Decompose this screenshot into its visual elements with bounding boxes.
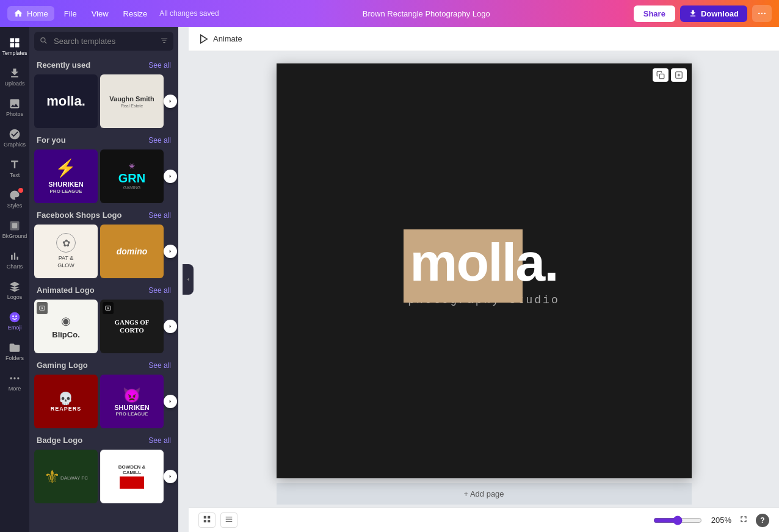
view-menu[interactable]: View	[87, 7, 114, 21]
styles-label: Styles	[7, 203, 23, 209]
more-options-button[interactable]	[752, 5, 772, 22]
template-grn[interactable]: 👾 GRN GAMING	[100, 149, 164, 203]
resize-menu[interactable]: Resize	[118, 7, 153, 21]
sidebar-item-photos[interactable]: Photos	[2, 93, 27, 122]
download-button[interactable]: Download	[680, 5, 747, 22]
template-shuriken[interactable]: ⚡ SHURIKEN PRO LEAGUE	[34, 149, 98, 203]
facebook-shops-see-all[interactable]: See all	[148, 211, 171, 220]
animated-logo-next-button[interactable]	[164, 320, 177, 333]
for-you-see-all[interactable]: See all	[148, 136, 171, 145]
main-canvas[interactable]: molla. photography studio	[277, 63, 692, 478]
add-page-button[interactable]: + Add page	[463, 489, 504, 498]
animated-logo-see-all[interactable]: See all	[148, 286, 171, 295]
sidebar-item-logos[interactable]: Logos	[2, 276, 27, 305]
template-gangs-of-corto[interactable]: GANGS OFCORTO	[100, 300, 164, 353]
zoom-controls: 205% ?	[653, 512, 769, 528]
search-icon	[39, 36, 48, 47]
canvas-scroll[interactable]: molla. photography studio + Add page	[189, 51, 779, 508]
animate-bar: Animate	[189, 27, 779, 51]
save-status: All changes saved	[159, 9, 219, 18]
search-bar	[34, 32, 173, 51]
svg-rect-6	[15, 43, 20, 48]
graphics-label: Graphics	[4, 142, 26, 148]
badge-logo-grid: ⚜ DALWAY FC BOWDEN &CAMILL	[29, 447, 178, 506]
search-input[interactable]	[34, 32, 173, 51]
template-bowden[interactable]: BOWDEN &CAMILL	[100, 450, 164, 503]
duplicate-page-button[interactable]	[653, 68, 668, 82]
template-shuriken-2[interactable]: 👿 SHURIKEN PRO LEAGUE	[100, 375, 164, 428]
sidebar-item-emoji[interactable]: Emoji	[2, 306, 27, 336]
template-molla[interactable]: molla.	[34, 74, 98, 128]
badge-logo-header: Badge Logo See all	[29, 431, 178, 447]
svg-rect-25	[208, 520, 210, 522]
for-you-grid: ⚡ SHURIKEN PRO LEAGUE 👾 GRN GAMING	[29, 147, 178, 206]
animated-logo-header: Animated Logo See all	[29, 281, 178, 297]
template-dalway[interactable]: ⚜ DALWAY FC	[34, 450, 98, 503]
svg-point-14	[17, 377, 19, 379]
page-list-button[interactable]	[220, 512, 237, 528]
facebook-shops-title: Facebook Shops Logo	[37, 210, 121, 220]
badge-logo-title: Badge Logo	[37, 436, 82, 445]
animate-button[interactable]: Animate	[198, 34, 242, 45]
canvas-actions	[653, 68, 687, 82]
svg-rect-24	[204, 520, 206, 522]
sidebar-item-uploads[interactable]: Uploads	[2, 62, 27, 92]
recently-used-next-button[interactable]	[164, 95, 177, 108]
recently-used-see-all[interactable]: See all	[148, 61, 171, 70]
zoom-slider[interactable]	[653, 516, 702, 525]
svg-point-11	[15, 315, 17, 317]
badge-logo-next-button[interactable]	[164, 470, 177, 483]
page-grid-button[interactable]	[198, 512, 216, 528]
share-button[interactable]: Share	[634, 5, 675, 22]
svg-rect-4	[15, 38, 20, 43]
svg-rect-5	[10, 43, 15, 48]
recently-used-grid: molla. Vaughn Smith Real Estate	[29, 72, 178, 131]
gaming-logo-next-button[interactable]	[164, 395, 177, 408]
sidebar-item-styles[interactable]: Styles	[2, 184, 27, 214]
help-button[interactable]: ?	[756, 514, 769, 527]
fullscreen-button[interactable]	[736, 512, 751, 528]
photos-label: Photos	[6, 111, 23, 117]
sidebar-item-folders[interactable]: Folders	[2, 337, 27, 366]
for-you-next-button[interactable]	[164, 170, 177, 183]
template-pat-glow[interactable]: ✿ PAT &GLOW	[34, 225, 98, 278]
template-reapers[interactable]: 💀 REAPERS	[34, 375, 98, 428]
add-page-top-button[interactable]	[671, 68, 687, 82]
sidebar-item-graphics[interactable]: Graphics	[2, 123, 27, 153]
svg-rect-8	[12, 223, 17, 228]
template-vaughn[interactable]: Vaughn Smith Real Estate	[100, 74, 164, 128]
home-button[interactable]: Home	[7, 6, 54, 21]
badge-logo-see-all[interactable]: See all	[148, 436, 171, 445]
svg-marker-18	[107, 307, 109, 309]
emoji-label: Emoji	[8, 325, 22, 331]
sidebar-item-background[interactable]: BkGround	[2, 215, 27, 244]
template-golden[interactable]: domino	[100, 225, 164, 278]
document-title: Brown Rectangle Photography Logo	[363, 9, 490, 18]
hide-panel-button[interactable]	[183, 264, 194, 295]
logo-text: molla.	[410, 235, 557, 289]
filter-icon[interactable]	[160, 36, 168, 47]
svg-point-9	[10, 312, 20, 323]
canvas-wrapper: molla. photography studio + Add page	[277, 63, 692, 505]
animated-badge-2	[103, 302, 114, 314]
template-blipco[interactable]: ◉ BlipCo.	[34, 300, 98, 353]
facebook-shops-next-button[interactable]	[164, 245, 177, 258]
templates-label: Templates	[2, 50, 27, 56]
svg-point-2	[764, 13, 766, 15]
download-label: Download	[701, 9, 739, 18]
file-menu[interactable]: File	[59, 7, 82, 21]
svg-marker-16	[42, 307, 43, 309]
sidebar-item-more[interactable]: More	[2, 367, 27, 397]
add-page-bar: + Add page	[277, 483, 692, 505]
for-you-title: For you	[37, 135, 66, 145]
charts-label: Charts	[7, 264, 23, 270]
logo-main-row: molla.	[410, 235, 557, 289]
logo-design: molla. photography studio	[408, 235, 559, 306]
animated-logo-title: Animated Logo	[37, 286, 95, 295]
sidebar-item-text[interactable]: Text	[2, 154, 27, 183]
sidebar-item-templates[interactable]: Templates	[2, 32, 27, 61]
facebook-shops-grid: ✿ PAT &GLOW domino	[29, 222, 178, 281]
gaming-logo-see-all[interactable]: See all	[148, 361, 171, 370]
sidebar-item-charts[interactable]: Charts	[2, 245, 27, 275]
recently-used-title: Recently used	[37, 60, 90, 70]
